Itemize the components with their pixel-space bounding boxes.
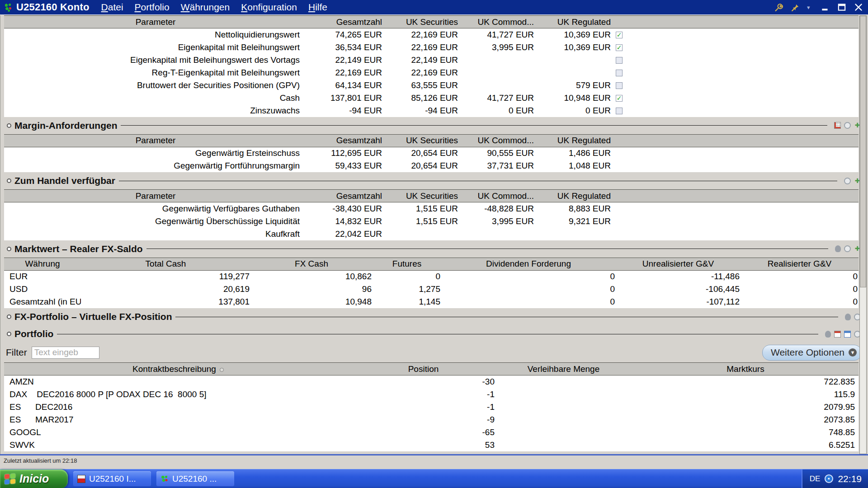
column-header[interactable]: Gesamtzahl — [307, 190, 383, 202]
regulated-checkbox[interactable] — [616, 70, 623, 76]
table-row[interactable]: GOOGL-65748.85 — [4, 426, 859, 439]
table-row[interactable]: Kaufkraft22,042 EUR — [4, 228, 859, 240]
regulated-checkbox[interactable] — [616, 108, 623, 114]
vertical-scrollbar[interactable] — [859, 15, 867, 454]
column-header[interactable]: Kontraktbeschreibung — [4, 363, 352, 375]
table-row[interactable]: Gesamtzahl (in EUR)137,80110,9481,1450-1… — [4, 296, 859, 308]
help-icon[interactable] — [844, 245, 851, 252]
column-header[interactable]: Parameter — [4, 190, 307, 202]
column-header[interactable]: Parameter — [4, 134, 307, 147]
column-header[interactable]: Gesamtzahl — [307, 16, 383, 28]
collapse-toggle-icon[interactable] — [7, 123, 11, 128]
table-cell: ES DEC2016 — [4, 401, 352, 413]
column-header[interactable]: Währung — [4, 258, 81, 270]
taskbar-item-2[interactable]: U252160 ... — [156, 471, 234, 486]
column-header[interactable]: Verleihbare Menge — [495, 363, 632, 375]
more-options-button[interactable]: Weitere Optionen ▼ — [762, 345, 862, 361]
taskbar-item-label: U252160 ... — [172, 474, 217, 484]
scrollbar-thumb[interactable] — [860, 16, 866, 287]
column-header[interactable]: Realisierter G&V — [741, 258, 859, 270]
table-row[interactable]: Cash137,801 EUR85,126 EUR41,727 EUR10,94… — [4, 92, 859, 104]
menu-datei[interactable]: Datei — [101, 2, 123, 13]
menu-portfolio[interactable]: Portfolio — [135, 2, 170, 13]
column-header[interactable]: Total Cash — [81, 258, 250, 270]
table-row[interactable]: Eigenkapital mit Beleihungswert des Vort… — [4, 54, 859, 66]
table-row[interactable]: Zinszuwachs-94 EUR-94 EUR0 EUR0 EUR — [4, 104, 859, 117]
menu-waehrungen[interactable]: Währungen — [181, 2, 230, 13]
pin-icon[interactable] — [790, 2, 800, 12]
column-header[interactable]: FX Cash — [250, 258, 373, 270]
fx-balance-table: WährungTotal CashFX CashFuturesDividende… — [4, 258, 859, 309]
hand-icon[interactable] — [825, 331, 831, 338]
collapse-toggle-icon[interactable] — [7, 247, 11, 251]
column-header[interactable]: Position — [352, 363, 495, 375]
table-cell: 3,995 EUR — [459, 41, 535, 54]
column-header[interactable]: UK Securities — [383, 134, 459, 147]
collapse-toggle-icon[interactable] — [7, 314, 11, 319]
table-row[interactable]: Nettoliquidierungswert74,265 EUR22,169 E… — [4, 28, 859, 41]
sort-icon[interactable] — [220, 368, 224, 372]
regulated-checkbox[interactable]: ✓ — [616, 44, 623, 51]
tray-clock-icon[interactable] — [825, 474, 833, 483]
chevron-down-icon[interactable]: ▾ — [807, 4, 813, 11]
column-header[interactable]: UK Securities — [383, 16, 459, 28]
section-icons — [842, 314, 861, 320]
table-row[interactable]: ES MAR2017-92073.85 — [4, 413, 859, 426]
calendar-icon[interactable] — [834, 331, 841, 338]
column-header[interactable]: UK Commod... — [459, 16, 535, 28]
window-icon[interactable] — [844, 331, 851, 338]
column-header[interactable]: Gesamtzahl — [307, 134, 383, 147]
table-row[interactable]: AMZN-30722.835 — [4, 375, 859, 388]
minimize-button[interactable] — [820, 2, 830, 12]
grid-icon[interactable] — [834, 122, 841, 129]
language-indicator[interactable]: DE — [810, 474, 821, 483]
column-header[interactable]: Parameter — [4, 16, 307, 28]
table-cell: 119,277 — [81, 270, 250, 283]
taskbar-item-label: U252160 I... — [89, 474, 136, 484]
start-button[interactable]: Inicio — [0, 469, 68, 488]
help-icon[interactable] — [844, 178, 851, 184]
column-header[interactable]: Unrealisierter G&V — [616, 258, 741, 270]
close-button[interactable] — [854, 2, 863, 12]
column-header[interactable]: UK Commod... — [459, 134, 535, 147]
table-row[interactable]: Bruttowert der Securities Positionen (GP… — [4, 79, 859, 92]
regulated-checkbox[interactable] — [616, 82, 623, 89]
table-row[interactable]: Gegenwärtig Fortführungsmargin59,433 EUR… — [4, 160, 859, 172]
column-header[interactable]: UK Commod... — [459, 190, 535, 202]
table-row[interactable]: Gegenwärtig Ersteinschuss112,695 EUR20,6… — [4, 147, 859, 160]
table-row[interactable]: Gegenwärtig Verfügbares Guthaben-38,430 … — [4, 202, 859, 215]
table-cell: 0 — [441, 270, 616, 283]
collapse-toggle-icon[interactable] — [7, 178, 11, 183]
regulated-checkbox[interactable]: ✓ — [616, 32, 623, 38]
table-row[interactable]: Reg-T-Eigenkapital mit Beleihungswert22,… — [4, 66, 859, 79]
table-row[interactable]: SWVK536.5251 — [4, 439, 859, 451]
menu-konfiguration[interactable]: Konfiguration — [241, 2, 297, 13]
column-header[interactable]: UK Regulated — [535, 16, 612, 28]
help-icon[interactable] — [844, 122, 851, 129]
filter-input[interactable] — [32, 347, 99, 359]
table-row[interactable]: ES DEC2016-12079.95 — [4, 401, 859, 413]
taskbar-item-1[interactable]: U252160 I... — [73, 471, 151, 486]
column-header[interactable]: UK Securities — [383, 190, 459, 202]
regulated-checkbox[interactable] — [616, 57, 623, 64]
table-row[interactable]: Eigenkapital mit Beleihungswert36,534 EU… — [4, 41, 859, 54]
table-row[interactable]: USD20,619961,2750-106,4450 — [4, 283, 859, 296]
table-cell — [459, 66, 535, 79]
table-row[interactable]: EUR119,27710,86200-11,4860 — [4, 270, 859, 283]
wrench-icon[interactable] — [774, 2, 783, 12]
column-header[interactable]: Dividenden Forderung — [441, 258, 616, 270]
clock[interactable]: 22:19 — [838, 474, 862, 484]
table-row[interactable]: Gegenwärtig Überschüssige Liquidität14,8… — [4, 215, 859, 228]
hand-icon[interactable] — [845, 314, 851, 320]
collapse-toggle-icon[interactable] — [7, 332, 11, 336]
maximize-button[interactable] — [837, 2, 847, 12]
regulated-checkbox[interactable]: ✓ — [616, 95, 623, 102]
table-cell: Gegenwärtig Fortführungsmargin — [4, 160, 307, 172]
table-row[interactable]: DAX DEC2016 8000 P [P ODAX DEC 16 8000 5… — [4, 388, 859, 401]
column-header[interactable]: UK Regulated — [535, 190, 612, 202]
hand-icon[interactable] — [835, 245, 841, 252]
column-header[interactable]: Futures — [373, 258, 441, 270]
column-header[interactable]: Marktkurs — [632, 363, 859, 375]
menu-hilfe[interactable]: Hilfe — [308, 2, 327, 13]
column-header[interactable]: UK Regulated — [535, 134, 612, 147]
